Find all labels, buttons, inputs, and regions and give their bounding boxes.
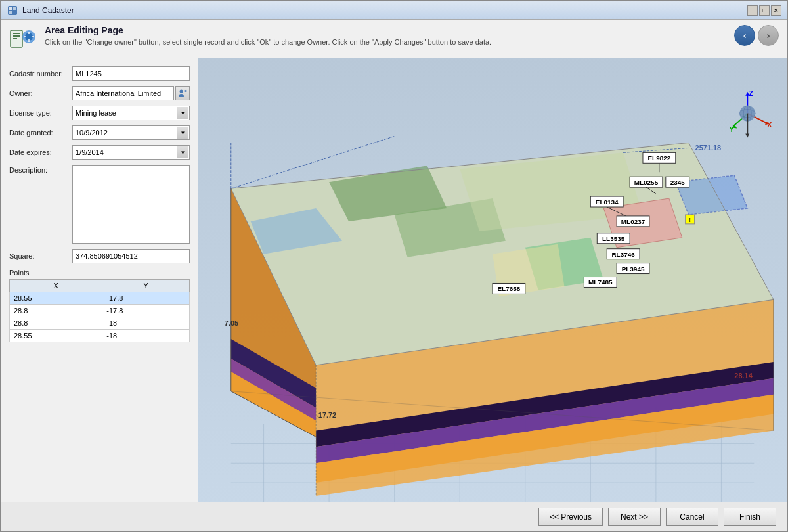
svg-rect-5 — [13, 33, 20, 34]
nav-back-button[interactable]: ‹ — [734, 25, 755, 46]
date-granted-row: Date granted: ▼ — [9, 125, 190, 140]
svg-text:2345: 2345 — [670, 179, 686, 186]
svg-text:7.05: 7.05 — [225, 319, 238, 327]
date-granted-input[interactable] — [72, 125, 190, 140]
map-3d-view: EL9822 ML0255 2345 EL0134 ML0237 LL353 — [198, 58, 787, 502]
table-row[interactable]: 28.55-18 — [10, 330, 190, 342]
table-row[interactable]: 28.55-17.8 — [10, 292, 190, 305]
cell-x: 28.8 — [10, 305, 102, 317]
points-table: X Y 28.55-17.828.8-17.828.8-1828.55-18 — [9, 279, 190, 342]
svg-text:EL0134: EL0134 — [596, 198, 619, 206]
table-row[interactable]: 28.8-17.8 — [10, 305, 190, 317]
points-section: Points X Y 28.55-17.828.8-17.828.8-1828.… — [9, 269, 190, 494]
table-row[interactable]: 28.8-18 — [10, 317, 190, 330]
header-area: Area Editing Page Click on the "Change o… — [1, 20, 787, 58]
owner-label: Owner: — [9, 89, 68, 97]
description-row: Description: — [9, 165, 190, 244]
col-header-x: X — [10, 280, 102, 292]
svg-text:PL3945: PL3945 — [622, 265, 645, 273]
window-title: Land Cadaster — [22, 6, 747, 15]
left-panel: Cadastr number: Owner: — [1, 58, 198, 502]
cell-y: -17.8 — [102, 305, 190, 317]
header-text: Area Editing Page Click on the "Change o… — [45, 25, 491, 46]
date-expires-input[interactable] — [72, 145, 190, 160]
right-panel: EL9822 ML0255 2345 EL0134 ML0237 LL353 — [198, 58, 787, 502]
license-row: License type: Mining lease Exploration l… — [9, 106, 190, 120]
svg-rect-7 — [13, 38, 17, 39]
owner-input[interactable] — [72, 86, 174, 100]
footer: << Previous Next >> Cancel Finish — [1, 502, 787, 531]
svg-text:ML0255: ML0255 — [634, 179, 659, 186]
svg-rect-3 — [9, 11, 12, 14]
next-button[interactable]: Next >> — [608, 508, 661, 526]
change-owner-button[interactable] — [175, 86, 190, 100]
date-expires-label: Date expires: — [9, 148, 68, 156]
owner-row: Owner: — [9, 86, 190, 100]
svg-rect-6 — [13, 35, 20, 37]
svg-text:RL3746: RL3746 — [611, 251, 635, 258]
main-window: Land Cadaster ─ □ ✕ Area Editing Page Cl… — [0, 0, 788, 532]
cell-y: -18 — [102, 317, 190, 330]
main-content: Cadastr number: Owner: — [1, 58, 787, 502]
points-label: Points — [9, 269, 190, 277]
nav-forward-button[interactable]: › — [758, 25, 779, 46]
window-controls: ─ □ ✕ — [747, 5, 781, 16]
svg-text:!: ! — [689, 217, 691, 223]
maximize-button[interactable]: □ — [759, 5, 770, 16]
svg-text:LL3535: LL3535 — [602, 235, 625, 242]
cell-x: 28.8 — [10, 317, 102, 330]
svg-rect-2 — [13, 7, 16, 10]
license-select[interactable]: Mining lease Exploration license Reconna… — [72, 106, 190, 120]
svg-text:X: X — [767, 121, 772, 129]
svg-text:EL7658: EL7658 — [497, 285, 520, 292]
cadastr-input[interactable] — [72, 66, 190, 81]
page-description: Click on the "Change owner" button, sele… — [45, 38, 491, 46]
square-row: Square: 374.850691054512 — [9, 249, 190, 263]
date-granted-label: Date granted: — [9, 129, 68, 137]
license-label: License type: — [9, 109, 68, 117]
cadastr-row: Cadastr number: — [9, 66, 190, 81]
col-header-y: Y — [102, 280, 190, 292]
svg-text:ML7485: ML7485 — [588, 278, 613, 286]
cadastr-label: Cadastr number: — [9, 70, 68, 78]
svg-rect-1 — [9, 7, 12, 10]
description-label: Description: — [9, 165, 68, 174]
svg-text:EL9822: EL9822 — [647, 154, 670, 162]
nav-buttons: ‹ › — [734, 25, 779, 46]
svg-text:ML0237: ML0237 — [621, 218, 646, 225]
svg-text:28.14: 28.14 — [734, 372, 753, 380]
close-button[interactable]: ✕ — [771, 5, 781, 16]
finish-button[interactable]: Finish — [724, 508, 776, 526]
square-label: Square: — [9, 252, 68, 260]
svg-text:Y: Y — [729, 126, 734, 134]
date-expires-row: Date expires: ▼ — [9, 145, 190, 160]
cancel-button[interactable]: Cancel — [666, 508, 718, 526]
cell-x: 28.55 — [10, 292, 102, 305]
page-title: Area Editing Page — [45, 25, 491, 35]
svg-text:2571.18: 2571.18 — [695, 144, 722, 152]
date-expires-wrapper: ▼ — [72, 145, 190, 160]
minimize-button[interactable]: ─ — [747, 5, 758, 16]
license-select-wrapper: Mining lease Exploration license Reconna… — [72, 106, 190, 120]
cell-y: -18 — [102, 330, 190, 342]
svg-point-10 — [180, 90, 183, 93]
date-granted-wrapper: ▼ — [72, 125, 190, 140]
title-bar: Land Cadaster ─ □ ✕ — [1, 1, 787, 20]
app-icon — [7, 5, 18, 16]
square-value: 374.850691054512 — [72, 249, 190, 263]
cell-y: -17.8 — [102, 292, 190, 305]
svg-text:Z: Z — [749, 89, 753, 97]
page-icon — [9, 25, 37, 53]
cell-x: 28.55 — [10, 330, 102, 342]
previous-button[interactable]: << Previous — [538, 508, 603, 526]
description-textarea[interactable] — [72, 165, 190, 244]
svg-text:-17.72: -17.72 — [316, 411, 336, 419]
owner-field-group — [72, 86, 190, 100]
